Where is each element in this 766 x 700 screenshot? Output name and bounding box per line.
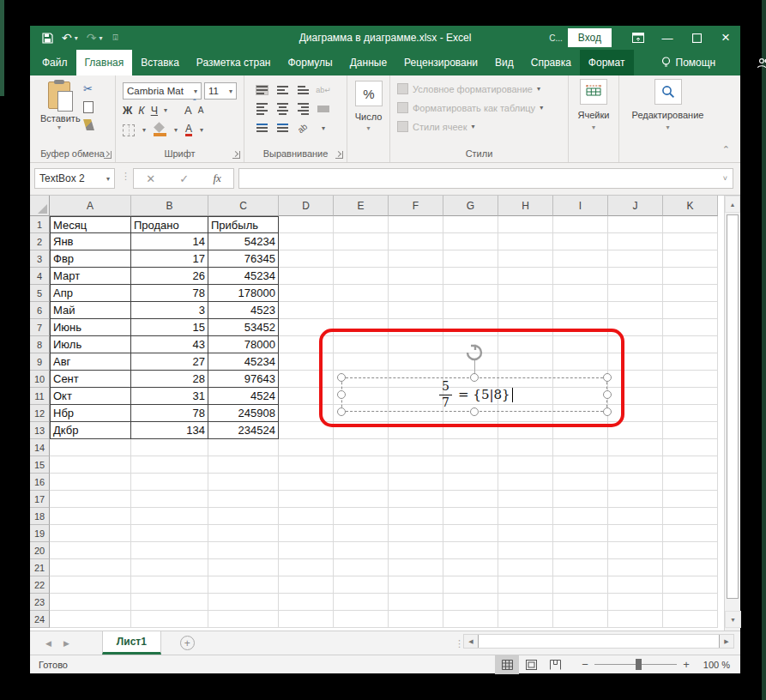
cell-J6[interactable] — [608, 302, 663, 319]
cell-A21[interactable] — [50, 559, 131, 576]
cell-C11[interactable]: 4524 — [208, 388, 279, 405]
close-button[interactable]: × — [711, 26, 740, 50]
align-middle-button[interactable] — [277, 86, 288, 94]
cell-H21[interactable] — [498, 559, 553, 576]
cell-B24[interactable] — [131, 611, 208, 628]
customize-qat-icon[interactable]: ⍗ — [113, 33, 118, 43]
row-header-13[interactable]: 13 — [30, 422, 50, 439]
cell-G19[interactable] — [443, 525, 498, 542]
orientation-button[interactable]: ab — [296, 121, 310, 135]
cell-I19[interactable] — [553, 525, 608, 542]
cell-K19[interactable] — [663, 525, 718, 542]
cell-I18[interactable] — [553, 508, 608, 525]
cell-A6[interactable]: Май — [50, 302, 131, 319]
cell-J18[interactable] — [608, 508, 663, 525]
cell-K22[interactable] — [663, 576, 718, 594]
row-header-24[interactable]: 24 — [30, 611, 50, 628]
cell-G23[interactable] — [443, 594, 498, 611]
cell-D22[interactable] — [279, 576, 334, 594]
cell-G1[interactable] — [443, 216, 498, 233]
font-size-combo[interactable]: 11▾ — [204, 82, 237, 100]
cell-J17[interactable] — [608, 491, 663, 508]
cell-I4[interactable] — [553, 268, 608, 285]
cell-K7[interactable] — [663, 319, 718, 336]
cell-C4[interactable]: 45234 — [208, 268, 279, 285]
cell-J2[interactable] — [608, 233, 663, 250]
row-header-12[interactable]: 12 — [30, 405, 50, 422]
cell-E4[interactable] — [334, 268, 389, 285]
cell-E21[interactable] — [334, 559, 389, 576]
row-header-15[interactable]: 15 — [30, 456, 50, 474]
cell-B2[interactable]: 14 — [131, 233, 208, 250]
cell-F3[interactable] — [389, 250, 443, 268]
increase-indent-button[interactable] — [277, 124, 288, 132]
cell-D2[interactable] — [279, 233, 334, 250]
cell-K14[interactable] — [663, 439, 718, 456]
cell-K16[interactable] — [663, 474, 718, 491]
cell-D16[interactable] — [279, 474, 334, 491]
cell-B5[interactable]: 78 — [131, 285, 208, 302]
cell-B13[interactable]: 134 — [131, 422, 208, 439]
cell-C15[interactable] — [208, 456, 279, 474]
scroll-right-icon[interactable]: ▶ — [720, 635, 733, 648]
page-break-view-icon[interactable] — [543, 655, 567, 674]
editing-dropdown-icon[interactable]: ▾ — [619, 124, 716, 131]
cell-D5[interactable] — [279, 285, 334, 302]
column-header-C[interactable]: C — [208, 196, 279, 216]
cell-B6[interactable]: 3 — [131, 302, 208, 319]
cell-F24[interactable] — [389, 611, 443, 628]
cell-J1[interactable] — [608, 216, 663, 233]
cell-I15[interactable] — [553, 456, 608, 474]
cell-K1[interactable] — [663, 216, 718, 233]
row-header-16[interactable]: 16 — [30, 474, 50, 491]
cell-C22[interactable] — [208, 576, 279, 594]
cell-F2[interactable] — [389, 233, 443, 250]
cell-B22[interactable] — [131, 576, 208, 594]
cell-B16[interactable] — [131, 474, 208, 491]
cell-J19[interactable] — [608, 525, 663, 542]
cell-I21[interactable] — [553, 559, 608, 576]
cell-C2[interactable]: 54234 — [208, 233, 279, 250]
sheet-tab-active[interactable]: Лист1 — [102, 631, 161, 655]
cell-A20[interactable] — [50, 542, 131, 559]
cell-H1[interactable] — [498, 216, 553, 233]
maximize-button[interactable] — [682, 26, 711, 50]
zoom-slider-thumb[interactable] — [636, 659, 642, 670]
column-header-E[interactable]: E — [334, 196, 389, 216]
cell-G22[interactable] — [443, 576, 498, 594]
font-color-dropdown-icon[interactable]: ▾ — [200, 126, 203, 134]
row-header-21[interactable]: 21 — [30, 559, 50, 576]
cell-C7[interactable]: 53452 — [208, 319, 279, 336]
underline-dropdown-icon[interactable]: ▾ — [164, 106, 167, 114]
cell-F17[interactable] — [389, 491, 443, 508]
account-label[interactable]: C... — [544, 33, 568, 43]
cell-B9[interactable]: 27 — [131, 353, 208, 371]
cell-C19[interactable] — [208, 525, 279, 542]
row-header-18[interactable]: 18 — [30, 508, 50, 525]
cell-I6[interactable] — [553, 302, 608, 319]
cell-I20[interactable] — [553, 542, 608, 559]
cell-H22[interactable] — [498, 576, 553, 594]
cell-J16[interactable] — [608, 474, 663, 491]
cell-I17[interactable] — [553, 491, 608, 508]
cell-C9[interactable]: 45234 — [208, 353, 279, 371]
row-header-5[interactable]: 5 — [30, 285, 50, 302]
cell-D18[interactable] — [279, 508, 334, 525]
cell-F6[interactable] — [389, 302, 443, 319]
cell-C24[interactable] — [208, 611, 279, 628]
row-header-23[interactable]: 23 — [30, 594, 50, 611]
cell-H16[interactable] — [498, 474, 553, 491]
cell-B17[interactable] — [131, 491, 208, 508]
tab-format[interactable]: Формат — [580, 50, 634, 75]
cell-J14[interactable] — [608, 439, 663, 456]
cell-A5[interactable]: Апр — [50, 285, 131, 302]
number-dropdown-icon[interactable]: ▾ — [347, 124, 389, 132]
cell-B21[interactable] — [131, 559, 208, 576]
borders-dropdown-icon[interactable]: ▾ — [142, 126, 146, 134]
align-right-button[interactable] — [298, 103, 309, 115]
clipboard-dialog-launcher[interactable] — [104, 151, 112, 159]
cell-D14[interactable] — [279, 439, 334, 456]
ribbon-display-options-icon[interactable] — [624, 26, 653, 50]
cell-G15[interactable] — [443, 456, 498, 474]
cell-A23[interactable] — [50, 594, 131, 611]
